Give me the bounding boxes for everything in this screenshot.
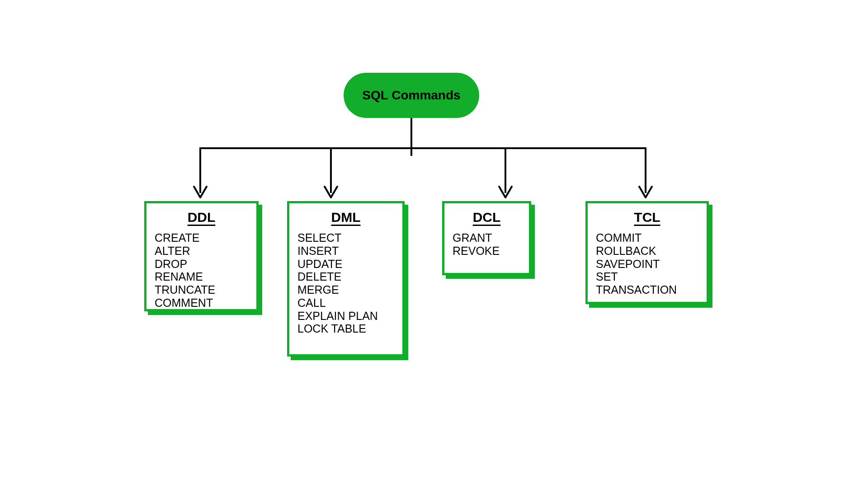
command-item: INSERT [297,244,394,258]
command-item: COMMENT [155,296,248,310]
command-item: DROP [155,258,248,271]
command-item: EXPLAIN PLAN [297,310,394,323]
category-title-dcl: DCL [453,210,521,225]
category-box-tcl: TCL COMMIT ROLLBACK SAVEPOINT SET TRANSA… [585,201,709,304]
category-title-tcl: TCL [596,210,698,225]
command-item: MERGE [297,283,394,296]
command-list-dml: SELECT INSERT UPDATE DELETE MERGE CALL E… [297,231,394,335]
category-box-ddl: DDL CREATE ALTER DROP RENAME TRUNCATE CO… [144,201,259,311]
command-item: ROLLBACK [596,244,698,258]
diagram-canvas: SQL Commands DDL CREATE ALTER DROP RENAM… [90,47,778,441]
command-item: REVOKE [453,244,521,258]
category-title-dml: DML [297,210,394,225]
command-item: GRANT [453,231,521,244]
command-item: TRUNCATE [155,283,248,296]
root-node: SQL Commands [344,73,479,118]
category-box-dcl: DCL GRANT REVOKE [442,201,531,275]
command-item: LOCK TABLE [297,322,394,335]
command-list-ddl: CREATE ALTER DROP RENAME TRUNCATE COMMEN… [155,231,248,310]
command-list-dcl: GRANT REVOKE [453,231,521,258]
command-item: RENAME [155,270,248,283]
category-box-dml: DML SELECT INSERT UPDATE DELETE MERGE CA… [287,201,405,357]
command-item: ALTER [155,244,248,258]
command-list-tcl: COMMIT ROLLBACK SAVEPOINT SET TRANSACTIO… [596,231,698,296]
command-item: CALL [297,296,394,310]
command-item: CREATE [155,231,248,244]
command-item: COMMIT [596,231,698,244]
category-title-ddl: DDL [155,210,248,225]
root-label: SQL Commands [362,88,460,103]
command-item: DELETE [297,270,394,283]
command-item: SELECT [297,231,394,244]
command-item: SAVEPOINT [596,258,698,271]
command-item: SET TRANSACTION [596,270,698,296]
command-item: UPDATE [297,258,394,271]
